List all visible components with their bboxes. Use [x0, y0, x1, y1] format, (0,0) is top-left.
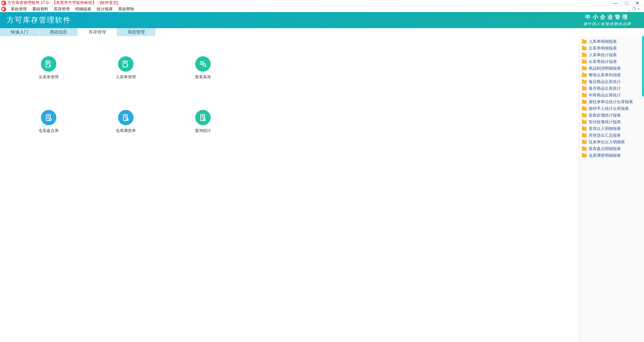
menu-item-3[interactable]: 明细报表 [72, 6, 94, 12]
inbound-orders-icon [118, 56, 133, 72]
menu-app-icon [1, 7, 6, 11]
report-item-17[interactable]: 仓库调货明细报表 [579, 152, 644, 159]
report-item-label: 库存盘点明细报表 [589, 146, 621, 151]
folder-icon [582, 114, 587, 117]
main-area: 出库单管理入库单管理查看库存仓库盘点单仓库调货单查询统计 [0, 36, 579, 342]
folder-icon [582, 93, 587, 97]
tab-1[interactable]: 基础信息 [39, 28, 78, 36]
report-item-5[interactable]: 整张出库单利润表 [579, 72, 644, 78]
report-item-label: 按往来单位统计出库报表 [589, 99, 633, 105]
report-item-10[interactable]: 按经手人统计出库报表 [579, 105, 644, 112]
report-item-label: 应付款项统计报表 [589, 119, 621, 125]
close-button[interactable]: ✕ [635, 0, 639, 6]
report-item-label: 每月商品出库统计 [589, 86, 621, 91]
mdi-restore-button[interactable]: ❐ [631, 7, 637, 11]
folder-icon [582, 134, 587, 137]
menu-item-1[interactable]: 基础资料 [30, 6, 51, 12]
folder-icon [582, 127, 587, 131]
report-item-label: 年终商品出库统计 [589, 92, 621, 98]
folder-icon [582, 147, 587, 151]
banner: 方可库存管理软件 中小企业管理 做中国人值得信赖的品牌 [0, 12, 644, 28]
mdi-controls: _ ❐ × [627, 7, 643, 11]
report-item-label: 库存进出汇总报表 [589, 133, 621, 138]
report-item-11[interactable]: 应收款项统计报表 [579, 112, 644, 119]
report-item-1[interactable]: 出库单明细报表 [579, 45, 644, 52]
report-item-label: 出库单统计报表 [589, 59, 617, 64]
folder-icon [582, 73, 587, 77]
inbound-orders[interactable]: 入库单管理 [87, 56, 164, 110]
banner-right-line1: 中小企业管理 [583, 14, 631, 21]
report-item-8[interactable]: 年终商品出库统计 [579, 92, 644, 98]
view-inventory-icon [195, 56, 211, 72]
stock-transfer[interactable]: 仓库调货单 [87, 110, 164, 163]
icon-grid: 出库单管理入库单管理查看库存仓库盘点单仓库调货单查询统计 [10, 56, 569, 163]
app-icon [1, 1, 6, 5]
report-panel: 入库单明细报表出库单明细报表入库单统计报表出库单统计报表商品利润明细报表整张出库… [579, 36, 644, 342]
folder-icon [582, 60, 587, 64]
window-controls: — □ ✕ [613, 0, 643, 6]
report-item-label: 往来单位出入明细表 [589, 139, 625, 145]
mdi-minimize-button[interactable]: _ [627, 7, 631, 11]
folder-icon [582, 47, 587, 50]
outbound-orders[interactable]: 出库单管理 [10, 56, 87, 110]
outbound-orders-icon [41, 56, 56, 72]
stock-transfer-label: 仓库调货单 [116, 128, 136, 134]
tab-0[interactable]: 快速入门 [0, 28, 39, 36]
report-item-2[interactable]: 入库单统计报表 [579, 52, 644, 58]
report-item-label: 应收款项统计报表 [589, 113, 621, 118]
tab-3[interactable]: 系统管理 [117, 28, 156, 36]
title-bar: 方可库存管理软件 17.0 - 【东莞市方可软件科技】 - [软件首页] — □… [0, 0, 644, 6]
folder-icon [582, 140, 587, 144]
report-item-label: 按经手人统计出库报表 [589, 106, 629, 111]
report-item-label: 入库单统计报表 [589, 52, 617, 58]
report-item-label: 入库单明细报表 [589, 39, 617, 44]
folder-icon [582, 67, 587, 70]
folder-icon [582, 120, 587, 124]
scrollbar-indicator [642, 36, 644, 96]
banner-brand: 方可库存管理软件 [7, 15, 71, 25]
report-item-9[interactable]: 按往来单位统计出库报表 [579, 98, 644, 105]
folder-icon [582, 107, 587, 111]
window-title: 方可库存管理软件 17.0 - 【东莞市方可软件科技】 - [软件首页] [7, 0, 118, 6]
report-item-14[interactable]: 库存进出汇总报表 [579, 132, 644, 139]
report-item-12[interactable]: 应付款项统计报表 [579, 119, 644, 125]
folder-icon [582, 40, 587, 44]
stock-check-icon [41, 110, 56, 125]
query-stats-icon [195, 110, 211, 125]
report-item-4[interactable]: 商品利润明细报表 [579, 65, 644, 72]
report-item-6[interactable]: 每日商品出库统计 [579, 78, 644, 85]
tab-2[interactable]: 库存管理 [78, 28, 117, 36]
minimize-button[interactable]: — [613, 0, 618, 6]
folder-icon [582, 53, 587, 57]
report-item-15[interactable]: 往来单位出入明细表 [579, 139, 644, 145]
banner-right: 中小企业管理 做中国人值得信赖的品牌 [583, 14, 637, 26]
report-item-label: 商品利润明细报表 [589, 66, 621, 71]
report-item-13[interactable]: 库存出入明细报表 [579, 125, 644, 132]
report-item-0[interactable]: 入库单明细报表 [579, 38, 644, 45]
report-item-label: 每日商品出库统计 [589, 79, 621, 84]
report-item-3[interactable]: 出库单统计报表 [579, 58, 644, 65]
report-item-label: 整张出库单利润表 [589, 72, 621, 78]
report-item-7[interactable]: 每月商品出库统计 [579, 85, 644, 92]
mdi-close-button[interactable]: × [637, 7, 641, 11]
menu-item-2[interactable]: 库存管理 [51, 6, 72, 12]
report-item-16[interactable]: 库存盘点明细报表 [579, 145, 644, 152]
menu-bar: 系统管理基础资料库存管理明细报表统计报表系统帮助 _ ❐ × [0, 6, 644, 12]
outbound-orders-label: 出库单管理 [39, 74, 59, 80]
menu-item-5[interactable]: 系统帮助 [115, 6, 137, 12]
folder-icon [582, 154, 587, 157]
tab-strip: 快速入门基础信息库存管理系统管理 [0, 28, 644, 36]
menu-item-4[interactable]: 统计报表 [94, 6, 115, 12]
report-item-label: 库存出入明细报表 [589, 126, 621, 131]
menu-item-0[interactable]: 系统管理 [8, 6, 30, 12]
query-stats[interactable]: 查询统计 [164, 110, 241, 163]
stock-check[interactable]: 仓库盘点单 [10, 110, 87, 163]
view-inventory[interactable]: 查看库存 [164, 56, 241, 110]
folder-icon [582, 100, 587, 104]
report-item-label: 仓库调货明细报表 [589, 153, 621, 158]
maximize-button[interactable]: □ [625, 0, 628, 6]
folder-icon [582, 87, 587, 90]
inbound-orders-label: 入库单管理 [116, 74, 136, 80]
banner-right-line2: 做中国人值得信赖的品牌 [583, 21, 631, 26]
stock-check-label: 仓库盘点单 [39, 128, 59, 134]
